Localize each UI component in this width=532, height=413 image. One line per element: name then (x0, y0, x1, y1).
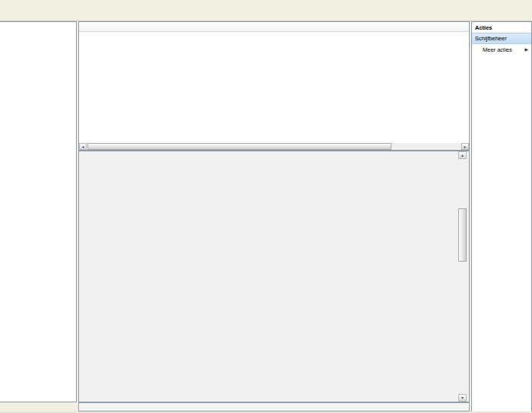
chevron-right-icon: ▶ (524, 46, 528, 52)
partition-legend (78, 402, 470, 411)
scroll-up-button[interactable]: ▴ (458, 151, 467, 159)
scroll-down-button[interactable]: ▾ (458, 394, 467, 402)
scroll-left-button[interactable]: ◂ (79, 143, 87, 150)
vertical-scroll-thumb[interactable] (458, 208, 467, 262)
toolbar (0, 8, 532, 21)
scroll-right-button[interactable]: ▸ (461, 143, 469, 150)
actions-schijfbeheer-item[interactable]: Schijfbeheer (472, 33, 531, 44)
volume-table-header (79, 22, 469, 32)
disk-graphics-panel (78, 151, 470, 402)
vertical-scrollbar[interactable]: ▴ ▾ (458, 151, 467, 402)
horizontal-scrollbar[interactable]: ◂ ▸ (78, 143, 470, 151)
menu-bar (0, 0, 532, 8)
console-tree (0, 21, 77, 402)
actions-panel: Acties Schijfbeheer Meer acties ▶ (471, 21, 532, 413)
horizontal-scroll-thumb[interactable] (87, 143, 391, 150)
more-actions-button[interactable]: Meer acties ▶ (472, 44, 531, 53)
volume-list-panel (78, 21, 470, 151)
actions-title: Acties (472, 22, 531, 33)
